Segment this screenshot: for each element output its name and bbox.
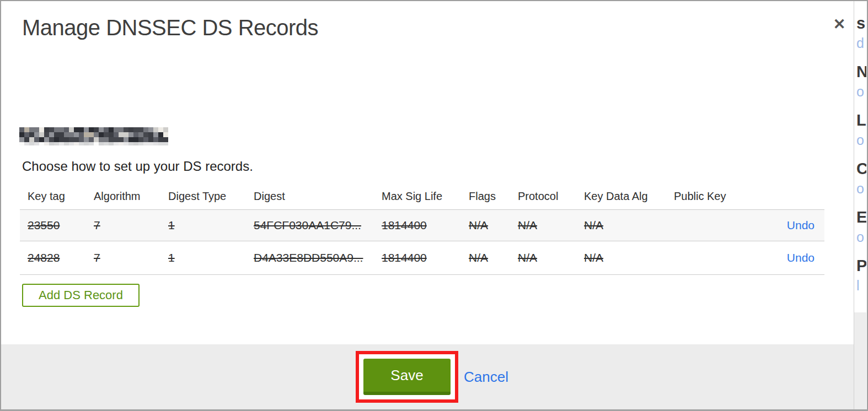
table-header-row: Key tagAlgorithmDigest TypeDigestMax Sig…: [20, 183, 824, 209]
undo-link[interactable]: Undo: [787, 219, 815, 231]
background-link-fragment: d: [856, 35, 864, 51]
table-cell: N/A: [510, 241, 576, 274]
cell-value: D4A33E8DD550A9...: [254, 251, 363, 264]
table-cell: 7: [86, 209, 160, 241]
table-cell: N/A: [576, 209, 666, 241]
cell-value: N/A: [469, 251, 488, 264]
table-cell: 54FCF030AA1C79...: [246, 209, 374, 241]
table-cell: 23550: [20, 209, 86, 241]
cell-value: 23550: [28, 219, 60, 231]
cell-value: N/A: [584, 251, 603, 264]
background-link-fragment: o: [856, 84, 864, 100]
cancel-link[interactable]: Cancel: [464, 369, 508, 386]
action-cell: Undo: [749, 209, 824, 241]
annotation-highlight-box: Save: [356, 351, 458, 403]
background-text-fragment: N: [856, 63, 866, 81]
background-text-fragment: E: [856, 208, 866, 226]
ds-records-table: Key tagAlgorithmDigest TypeDigestMax Sig…: [20, 183, 824, 275]
table-row: 235507154FCF030AA1C79...1814400N/AN/AN/A…: [20, 209, 824, 241]
background-link-fragment: o: [856, 132, 864, 148]
cell-value: 1814400: [382, 251, 427, 264]
table-cell: N/A: [576, 241, 666, 274]
table-cell: 1: [160, 241, 246, 274]
header-cell: Algorithm: [86, 183, 160, 209]
cell-value: 1: [168, 219, 175, 231]
table-cell: 7: [86, 241, 160, 274]
header-cell: Protocol: [510, 183, 576, 209]
cell-value: N/A: [469, 219, 488, 231]
cell-value: 54FCF030AA1C79...: [254, 219, 361, 231]
background-page-strip: sdNoLoCoEoPl: [854, 1, 866, 410]
add-ds-record-button[interactable]: Add DS Record: [22, 284, 140, 307]
modal-footer: Save Cancel: [1, 344, 866, 410]
instruction-text: Choose how to set up your DS records.: [22, 159, 253, 174]
table-cell: 24828: [20, 241, 86, 274]
header-cell: Digest Type: [160, 183, 246, 209]
header-cell: Key tag: [20, 183, 86, 209]
redacted-domain-name: [19, 127, 168, 146]
table-cell: N/A: [510, 209, 576, 241]
table-cell: N/A: [461, 209, 510, 241]
table-cell: [666, 209, 749, 241]
cell-value: 7: [94, 251, 100, 264]
header-cell: Flags: [461, 183, 510, 209]
table-cell: 1814400: [374, 241, 461, 274]
table-row: 2482871D4A33E8DD550A9...1814400N/AN/AN/A…: [20, 241, 824, 274]
page-title: Manage DNSSEC DS Records: [22, 15, 318, 40]
table-cell: 1814400: [374, 209, 461, 241]
cell-value: N/A: [518, 219, 537, 231]
cell-value: 7: [94, 219, 100, 231]
table-cell: D4A33E8DD550A9...: [246, 241, 374, 274]
background-text-fragment: L: [856, 111, 866, 129]
background-link-fragment: o: [856, 181, 864, 197]
background-text-fragment: s: [856, 14, 865, 33]
save-button[interactable]: Save: [363, 359, 451, 395]
cell-value: 1: [168, 251, 175, 264]
table-cell: N/A: [461, 241, 510, 274]
header-cell: Public Key: [666, 183, 749, 209]
header-cell: [749, 183, 824, 209]
cell-value: 1814400: [382, 219, 427, 231]
cell-value: N/A: [584, 219, 603, 231]
cell-value: N/A: [518, 251, 537, 264]
close-icon[interactable]: ✕: [828, 13, 850, 35]
background-link-fragment: o: [856, 229, 864, 245]
table-cell: [666, 241, 749, 274]
background-link-fragment: l: [856, 278, 860, 294]
action-cell: Undo: [749, 241, 824, 274]
undo-link[interactable]: Undo: [787, 251, 815, 264]
background-text-fragment: C: [856, 160, 866, 178]
background-text-fragment: P: [856, 257, 866, 275]
cell-value: 24828: [28, 251, 60, 264]
header-cell: Max Sig Life: [374, 183, 461, 209]
dnssec-modal-screen: Manage DNSSEC DS Records ✕ Choose how to…: [0, 0, 868, 411]
pixelated-blur-image: [19, 127, 168, 146]
table-cell: 1: [160, 209, 246, 241]
background-page-footer: [854, 312, 866, 410]
header-cell: Digest: [246, 183, 374, 209]
header-cell: Key Data Alg: [576, 183, 666, 209]
